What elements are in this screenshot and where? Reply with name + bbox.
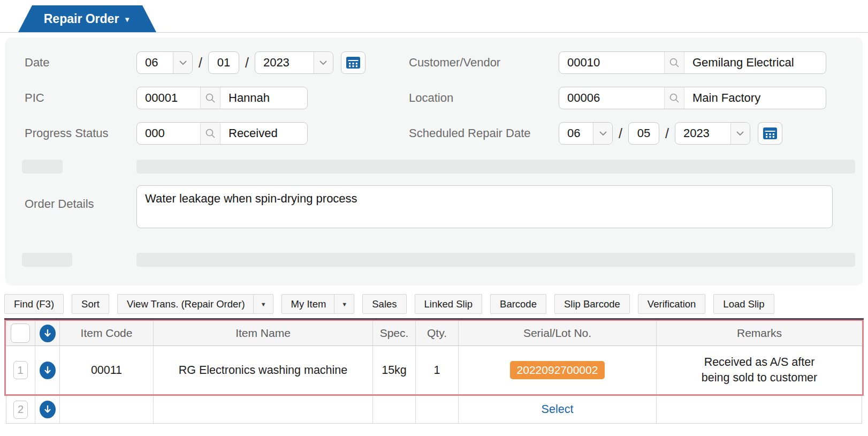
date-separator: / bbox=[619, 126, 622, 141]
item-grid: Item Code Item Name Spec. Qty. Serial/Lo… bbox=[4, 318, 864, 424]
barcode-button[interactable]: Barcode bbox=[490, 294, 546, 314]
cell-remarks[interactable] bbox=[657, 396, 862, 423]
cell-item-name[interactable]: RG Electronics washing machine bbox=[154, 346, 373, 394]
search-icon[interactable] bbox=[664, 52, 684, 73]
grid-row-1: 1 00011 RG Electronics washing machine 1… bbox=[6, 346, 862, 394]
row-arrow-cell bbox=[35, 396, 60, 423]
date-separator: / bbox=[665, 126, 669, 141]
grid-header-row: Item Code Item Name Spec. Qty. Serial/Lo… bbox=[6, 321, 862, 346]
date-label: Date bbox=[25, 56, 136, 70]
arrow-down-circle-icon[interactable] bbox=[40, 325, 56, 342]
select-serial-link[interactable]: Select bbox=[542, 403, 574, 416]
scheduled-month-select[interactable]: 06 bbox=[559, 122, 613, 145]
calendar-button[interactable] bbox=[341, 51, 366, 74]
cell-serial-lot: 2022092700002 bbox=[459, 346, 657, 394]
cell-item-code[interactable] bbox=[60, 396, 154, 423]
date-month-select[interactable]: 06 bbox=[136, 51, 193, 74]
header-item-code[interactable]: Item Code bbox=[60, 321, 154, 345]
location-name-input[interactable]: Main Factory bbox=[684, 87, 826, 109]
placeholder-field-bar bbox=[136, 253, 855, 267]
cell-spec[interactable]: 15kg bbox=[373, 346, 416, 394]
chevron-down-icon[interactable]: ▼ bbox=[334, 295, 347, 313]
header-spec[interactable]: Spec. bbox=[373, 321, 416, 345]
date-year-select[interactable]: 2023 bbox=[255, 51, 333, 74]
cell-qty[interactable] bbox=[416, 396, 459, 423]
cell-qty[interactable]: 1 bbox=[416, 346, 459, 394]
chevron-down-icon[interactable] bbox=[593, 123, 612, 144]
scheduled-repair-date-label: Scheduled Repair Date bbox=[409, 126, 559, 140]
grid-highlight-region: Item Code Item Name Spec. Qty. Serial/Lo… bbox=[4, 320, 864, 396]
scheduled-month-value: 06 bbox=[559, 123, 593, 144]
calendar-icon bbox=[763, 127, 777, 140]
date-separator: / bbox=[245, 55, 249, 71]
grid-toolbar: Find (F3) Sort View Trans. (Repair Order… bbox=[4, 294, 864, 314]
page-title: Repair Order bbox=[44, 12, 119, 26]
header-serial-lot[interactable]: Serial/Lot No. bbox=[459, 321, 657, 345]
progress-code-input[interactable]: 000 bbox=[137, 123, 200, 144]
load-slip-button[interactable]: Load Slip bbox=[713, 294, 774, 314]
search-icon[interactable] bbox=[200, 87, 220, 109]
header-qty[interactable]: Qty. bbox=[416, 321, 459, 345]
remarks-text: Received as A/S after being sold to cust… bbox=[689, 355, 829, 386]
location-code-input[interactable]: 00006 bbox=[559, 87, 664, 109]
verification-button[interactable]: Verification bbox=[638, 294, 706, 314]
grid-row-2: 2 Select bbox=[6, 396, 862, 424]
date-month-value: 06 bbox=[137, 52, 173, 73]
form-row-date-customer: Date 06 / 01 / 2023 bbox=[5, 45, 863, 80]
placeholder-field-bar bbox=[136, 160, 855, 174]
search-icon[interactable] bbox=[664, 87, 684, 109]
progress-field-group: 000 Received bbox=[136, 122, 409, 145]
location-field-group: 00006 Main Factory bbox=[559, 87, 826, 109]
arrow-down-circle-icon[interactable] bbox=[40, 362, 56, 379]
customer-name-input[interactable]: Gemilang Electrical bbox=[684, 52, 826, 73]
placeholder-row bbox=[5, 151, 863, 182]
form-row-progress-scheduled: Progress Status 000 Received Scheduled R… bbox=[5, 116, 863, 151]
row-number[interactable]: 1 bbox=[13, 361, 28, 379]
cell-serial-lot: Select bbox=[459, 396, 657, 423]
header-item-name[interactable]: Item Name bbox=[154, 321, 373, 345]
calendar-button[interactable] bbox=[758, 122, 782, 145]
order-details-textarea[interactable]: Water leakage when spin-drying process bbox=[136, 185, 833, 228]
chevron-down-icon: ▼ bbox=[124, 14, 131, 24]
arrow-down-circle-icon[interactable] bbox=[40, 401, 56, 418]
select-all-checkbox[interactable] bbox=[11, 324, 30, 343]
placeholder-label-bar bbox=[22, 160, 63, 174]
linked-slip-button[interactable]: Linked Slip bbox=[415, 294, 483, 314]
slip-barcode-button[interactable]: Slip Barcode bbox=[554, 294, 630, 314]
header-remarks[interactable]: Remarks bbox=[657, 321, 862, 345]
cell-item-name[interactable] bbox=[154, 396, 373, 423]
form-row-order-details: Order Details Water leakage when spin-dr… bbox=[5, 185, 863, 237]
my-item-button[interactable]: My Item▼ bbox=[281, 294, 355, 314]
scheduled-year-select[interactable]: 2023 bbox=[675, 122, 750, 145]
sales-button[interactable]: Sales bbox=[362, 294, 406, 314]
tab-bar: Repair Order ▼ bbox=[0, 0, 868, 33]
find-button[interactable]: Find (F3) bbox=[4, 294, 64, 314]
customer-code-input[interactable]: 00010 bbox=[559, 52, 664, 73]
cell-remarks[interactable]: Received as A/S after being sold to cust… bbox=[657, 346, 862, 394]
order-header-form: Date 06 / 01 / 2023 bbox=[5, 37, 863, 285]
pic-label: PIC bbox=[25, 91, 136, 105]
chevron-down-icon[interactable]: ▼ bbox=[253, 295, 267, 313]
serial-number-badge[interactable]: 2022092700002 bbox=[510, 361, 605, 379]
sort-button[interactable]: Sort bbox=[72, 294, 109, 314]
select-all-cell bbox=[6, 321, 35, 345]
chevron-down-icon[interactable] bbox=[314, 52, 333, 73]
pic-name-input[interactable]: Hannah bbox=[220, 87, 307, 109]
row-number[interactable]: 2 bbox=[13, 401, 28, 419]
header-arrow-cell bbox=[35, 321, 60, 345]
customer-label: Customer/Vendor bbox=[409, 56, 559, 70]
cell-item-code[interactable]: 00011 bbox=[60, 346, 154, 394]
scheduled-day-input[interactable]: 05 bbox=[628, 122, 659, 145]
view-trans-button[interactable]: View Trans. (Repair Order)▼ bbox=[117, 294, 273, 314]
progress-name-input[interactable]: Received bbox=[220, 123, 307, 144]
date-day-input[interactable]: 01 bbox=[208, 51, 239, 74]
cell-spec[interactable] bbox=[373, 396, 416, 423]
calendar-icon bbox=[346, 56, 360, 69]
chevron-down-icon[interactable] bbox=[730, 123, 750, 144]
repair-order-page: Repair Order ▼ Date 06 / 01 / 2023 bbox=[0, 0, 868, 424]
pic-code-input[interactable]: 00001 bbox=[137, 87, 200, 109]
search-icon[interactable] bbox=[200, 123, 220, 144]
chevron-down-icon[interactable] bbox=[173, 52, 192, 73]
tab-repair-order[interactable]: Repair Order ▼ bbox=[18, 5, 156, 32]
order-details-label: Order Details bbox=[25, 185, 136, 211]
